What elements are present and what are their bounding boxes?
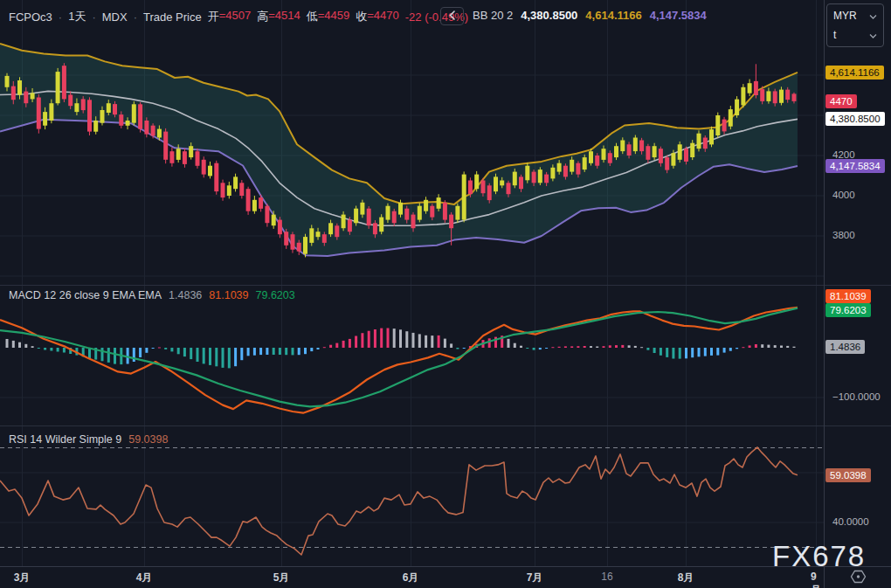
separator-dot: · (134, 10, 137, 24)
rsi-indicator (0, 447, 824, 555)
ohlc-low: 低=4459 (307, 9, 350, 24)
time-axis-label: 4月 (136, 571, 153, 585)
exchange-label: MDX (102, 10, 128, 24)
rsi-header: RSI 14 Wilder Simple 9 59.0398 (9, 433, 168, 446)
price-axis-tick: 3800 (832, 230, 855, 240)
time-axis-label: 9月 (811, 571, 821, 588)
bb-mid-value: 4,380.8500 (521, 9, 577, 22)
bb-lower-value: 4,147.5834 (650, 9, 707, 22)
macd-header: MACD 12 26 close 9 EMA EMA 1.4836 81.103… (9, 289, 295, 301)
back-button[interactable] (440, 7, 464, 25)
currency-label: MYR (833, 10, 857, 22)
trading-chart-app: FCPOc3 · 1天 · MDX · Trade Price 开=4507 高… (0, 0, 891, 588)
price-axis-tick: 4000 (832, 190, 855, 200)
unit-dropdown[interactable]: t (833, 29, 877, 41)
ohlc-high: 高=4514 (257, 9, 300, 24)
time-axis-label: 6月 (403, 571, 419, 585)
time-axis-label: 16 (601, 571, 612, 583)
bb-lower-badge: 4,147.5834 (825, 159, 885, 173)
time-axis[interactable]: 3月4月5月6月7月168月9月 (0, 566, 825, 588)
symbol-name[interactable]: FCPOc3 (9, 10, 52, 24)
macd-hist-value: 1.4836 (169, 289, 202, 301)
ohlc-close: 收=4470 (356, 9, 399, 24)
time-axis-label: 5月 (273, 571, 290, 585)
interval-label[interactable]: 1天 (68, 9, 86, 24)
ohlc-open: 开=4507 (208, 9, 252, 24)
rsi-line (0, 447, 798, 555)
macd-signal-value: 79.6203 (256, 289, 295, 301)
series-type-label: Trade Price (143, 10, 202, 24)
rsi-axis-tick: 40.0000 (832, 516, 869, 527)
symbol-header: FCPOc3 · 1天 · MDX · Trade Price 开=4507 高… (9, 9, 468, 24)
separator-dot: · (92, 10, 95, 24)
macd-badge: 81.1039 (825, 289, 871, 303)
macd-hist-badge: 1.4836 (825, 340, 865, 354)
bb-mid-badge: 4,380.8500 (825, 112, 885, 126)
time-axis-label: 8月 (678, 571, 694, 585)
currency-dropdown[interactable]: MYR (833, 10, 877, 22)
axis-settings-box: MYR t (826, 3, 884, 47)
time-axis-label: 3月 (14, 571, 31, 585)
bb-upper-badge: 4,614.1166 (825, 66, 884, 80)
chevron-down-icon (869, 10, 877, 22)
chevron-left-icon (449, 10, 455, 23)
separator-dot: · (59, 10, 62, 24)
macd-signal-line (0, 308, 798, 407)
macd-line-value: 81.1039 (209, 289, 248, 301)
last-price-badge: 4470 (825, 94, 857, 108)
time-axis-label: 7月 (527, 571, 543, 585)
macd-signal-badge: 79.6203 (825, 303, 871, 317)
rsi-indicator-label[interactable]: RSI 14 Wilder Simple 9 (9, 433, 121, 446)
macd-axis-tick: −100.0000 (832, 391, 881, 402)
bollinger-header: BB 20 2 4,380.8500 4,614.1166 4,147.5834 (473, 9, 707, 22)
bb-indicator-label[interactable]: BB 20 2 (473, 9, 513, 22)
fx678-watermark: FX678 (772, 540, 866, 573)
macd-indicator-label[interactable]: MACD 12 26 close 9 EMA EMA (9, 289, 162, 301)
price-axis[interactable]: MYR t 420040003800−100.000040.00004,614.… (825, 0, 891, 566)
rsi-badge: 59.0398 (825, 468, 871, 482)
chevron-down-icon (869, 29, 877, 41)
unit-label: t (833, 29, 836, 41)
rsi-value: 59.0398 (128, 433, 168, 446)
bb-upper-value: 4,614.1166 (585, 9, 641, 22)
hexagon-dot-icon (850, 573, 867, 586)
